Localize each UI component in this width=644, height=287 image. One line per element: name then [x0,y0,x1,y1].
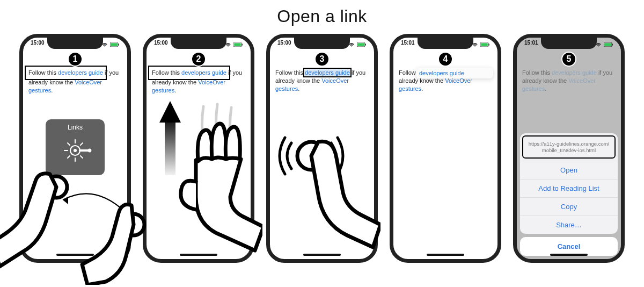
svg-rect-6 [119,44,119,45]
home-indicator [180,254,217,256]
action-share-button[interactable]: Share… [520,216,618,234]
developers-guide-link[interactable]: developers guide [58,69,103,76]
svg-line-14 [68,143,70,145]
step-badge: 4 [438,52,453,67]
svg-point-8 [74,149,77,152]
svg-line-16 [80,143,83,145]
notch [47,38,103,49]
svg-rect-35 [357,43,364,46]
step-badge: 1 [68,52,83,67]
svg-rect-44 [489,44,489,45]
notch [294,38,350,49]
notch [541,38,597,49]
phone-step-5: 15:01 5 Follow this developers guide if … [513,34,625,263]
svg-line-15 [68,156,70,158]
battery-icon [480,42,490,47]
step-badge: 3 [314,52,330,67]
phone-step-3: 15:00 3 Follow this developers guide if … [266,34,378,263]
battery-icon [233,42,243,47]
status-time: 15:01 [401,40,415,49]
svg-rect-50 [604,43,611,46]
svg-rect-43 [481,43,488,46]
text-prefix: Follow this [28,69,58,76]
phone-row: 15:00 1 Follow this developers guide [0,34,644,263]
developers-guide-link: developers guide [552,69,597,76]
svg-rect-26 [234,43,241,46]
notch [171,38,226,49]
battery-icon [357,42,367,47]
text-prefix: Follow this [152,69,181,76]
svg-line-17 [80,156,83,158]
svg-rect-51 [612,44,613,45]
action-add-reading-list-button[interactable]: Add to Reading List [520,179,618,197]
developers-guide-link[interactable]: developers guide [181,69,226,76]
action-copy-button[interactable]: Copy [520,197,618,216]
home-indicator [56,254,94,256]
screen-text: Follow this developers guide if you alre… [275,69,369,93]
screen-text: Follow this developers guide if you alre… [522,69,616,93]
step-badge: 2 [191,52,206,67]
link-tooltip: developers guide [416,68,493,78]
rotor-dial-icon [52,133,98,168]
home-indicator [550,254,588,256]
phone-step-4: 15:01 4 Follow this developers guide if … [390,34,501,263]
phone-step-1: 15:00 1 Follow this developers guide [19,34,131,263]
status-time: 15:00 [277,40,291,49]
rotor-label: Links [49,124,101,131]
action-sheet-url: https://a11y-guidelines.orange.com/ mobi… [522,135,616,159]
status-time: 15:00 [31,40,45,49]
page-title: Open a link [0,6,644,26]
svg-rect-5 [111,43,118,46]
action-sheet-group: https://a11y-guidelines.orange.com/ mobi… [520,133,618,234]
action-sheet: https://a11y-guidelines.orange.com/ mobi… [520,133,618,256]
screen-text: Follow this developers guide if you alre… [28,69,122,95]
screen-text: Follow this developers guide if you alre… [152,69,245,95]
rotor-card: Links [46,119,105,175]
text-prefix: Follow this [275,69,305,76]
text-suffix: . [51,87,53,94]
developers-guide-link[interactable]: developers guide [305,69,350,76]
action-open-button[interactable]: Open [520,161,618,179]
svg-point-10 [88,149,92,153]
home-indicator [427,254,464,256]
notch [418,38,473,49]
home-indicator [303,254,341,256]
text-prefix: Follow this [522,69,552,76]
svg-rect-36 [365,44,366,45]
svg-rect-27 [242,44,243,45]
battery-icon [110,42,120,47]
step-badge: 5 [561,52,576,67]
status-time: 15:00 [154,40,168,49]
battery-icon [604,42,613,47]
text-suffix: . [421,85,423,92]
text-suffix: . [545,85,546,92]
text-suffix: . [174,87,176,94]
action-cancel-button[interactable]: Cancel [520,237,618,256]
status-time: 15:01 [524,40,538,49]
phone-step-2: 15:00 2 Follow this developers guide if … [143,34,254,263]
text-suffix: . [298,85,299,92]
